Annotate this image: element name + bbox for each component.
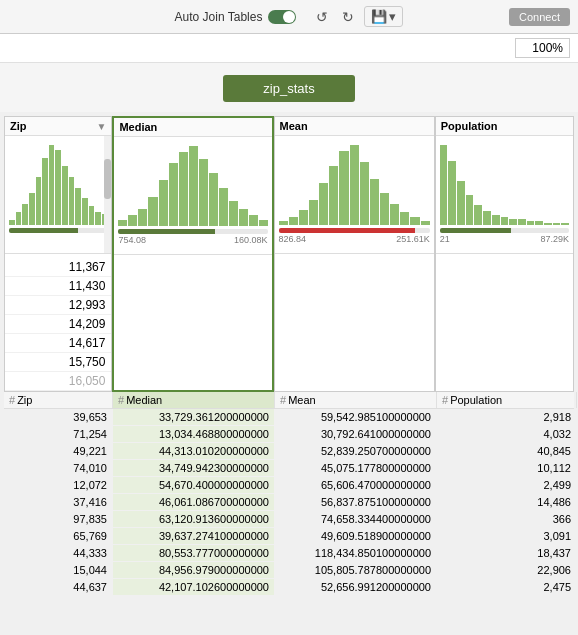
cell-mean: 105,805.787800000000 (275, 562, 437, 578)
table-row: 15,04484,956.979000000000105,805.7878000… (4, 562, 574, 579)
bar (62, 166, 68, 225)
cell-mean: 52,656.991200000000 (275, 579, 437, 595)
bar (138, 209, 147, 226)
cell-median: 33,729.361200000000 (113, 409, 275, 425)
bar (400, 212, 409, 225)
bar (279, 221, 288, 225)
bar (49, 145, 55, 225)
col-label-population: Population (441, 120, 498, 132)
run-button[interactable]: Connect (509, 8, 570, 26)
col-label-median: Median (119, 121, 157, 133)
table-row: 74,01034,749.94230000000045,075.17780000… (4, 460, 574, 477)
bar (229, 201, 238, 226)
cell-median: 84,956.979000000000 (113, 562, 275, 578)
undo-button[interactable]: ↺ (312, 7, 332, 27)
cell-mean: 49,609.518900000000 (275, 528, 437, 544)
zip-list: 11,367 11,430 12,993 14,209 14,617 15,75… (5, 254, 111, 391)
col-label-zip: Zip (10, 120, 27, 132)
bar (259, 220, 268, 226)
cell-median: 54,670.400000000000 (113, 477, 275, 493)
pop-range-max: 87.29K (540, 234, 569, 244)
list-item: 14,209 (5, 315, 111, 334)
bar (561, 223, 569, 225)
cell-median: 80,553.777000000000 (113, 545, 275, 561)
bar (553, 223, 561, 225)
bar (118, 220, 127, 226)
col-header-mean: Mean (275, 117, 434, 136)
cell-zip: 37,416 (4, 494, 113, 510)
bar (421, 221, 430, 225)
bar (55, 150, 61, 225)
median-range-min: 754.08 (118, 235, 146, 245)
bar (209, 173, 218, 226)
bar (179, 152, 188, 226)
bar (95, 212, 101, 225)
bar (169, 163, 178, 226)
cell-population: 2,475 (437, 579, 577, 595)
cell-mean: 65,606.470000000000 (275, 477, 437, 493)
bar (319, 183, 328, 225)
redo-button[interactable]: ↻ (338, 7, 358, 27)
hash-population: # (442, 394, 448, 406)
bar (299, 210, 308, 225)
bar (380, 193, 389, 225)
bar (309, 200, 318, 225)
save-button[interactable]: 💾 ▾ (364, 6, 403, 27)
main-content: Zip ▼ 11,367 11,430 12,993 14,209 14,617 (0, 112, 578, 600)
hash-mean: # (280, 394, 286, 406)
cell-median: 44,313.010200000000 (113, 443, 275, 459)
cell-mean: 59,542.985100000000 (275, 409, 437, 425)
toolbar: Auto Join Tables ↺ ↻ 💾 ▾ Connect (0, 0, 578, 34)
dh-label-median: Median (126, 394, 162, 406)
cell-median: 42,107.102600000000 (113, 579, 275, 595)
cell-population: 2,499 (437, 477, 577, 493)
column-median: Median 754.08 160.08K (112, 116, 273, 392)
bar (483, 211, 491, 225)
column-population: Population 21 87.29K (435, 116, 574, 392)
bar (82, 198, 88, 225)
cell-population: 22,906 (437, 562, 577, 578)
zoom-input[interactable] (515, 38, 570, 58)
table-row: 71,25413,034.46880000000030,792.64100000… (4, 426, 574, 443)
mean-bars (279, 140, 430, 225)
table-row: 49,22144,313.01020000000052,839.25070000… (4, 443, 574, 460)
bar (492, 215, 500, 225)
mean-histogram: 826.84 251.61K (275, 136, 434, 254)
table-row: 39,65333,729.36120000000059,542.98510000… (4, 409, 574, 426)
cell-median: 39,637.274100000000 (113, 528, 275, 544)
bar (89, 206, 95, 225)
cell-mean: 45,075.177800000000 (275, 460, 437, 476)
cell-zip: 65,769 (4, 528, 113, 544)
save-dropdown-icon: ▾ (389, 9, 396, 24)
bar (474, 205, 482, 225)
list-item: 11,367 (5, 258, 111, 277)
cell-population: 18,437 (437, 545, 577, 561)
auto-join-toggle[interactable] (268, 10, 296, 24)
bar (189, 146, 198, 226)
table-row: 37,41646,061.08670000000056,837.87510000… (4, 494, 574, 511)
bar (329, 166, 338, 225)
cell-zip: 44,333 (4, 545, 113, 561)
bar (360, 162, 369, 225)
hash-zip: # (9, 394, 15, 406)
filter-icon-zip[interactable]: ▼ (97, 121, 107, 132)
cell-population: 366 (437, 511, 577, 527)
list-item: 14,617 (5, 334, 111, 353)
table-name-badge[interactable]: zip_stats (223, 75, 354, 102)
cell-zip: 12,072 (4, 477, 113, 493)
dh-label-zip: Zip (17, 394, 32, 406)
cell-population: 40,845 (437, 443, 577, 459)
median-histogram: 754.08 160.08K (114, 137, 271, 255)
cell-mean: 56,837.875100000000 (275, 494, 437, 510)
zoom-bar (0, 34, 578, 63)
bar (128, 215, 137, 226)
table-name-area: zip_stats (0, 63, 578, 112)
table-row: 12,07254,670.40000000000065,606.47000000… (4, 477, 574, 494)
bar (36, 177, 42, 225)
bar (159, 180, 168, 226)
table-row: 65,76939,637.27410000000049,609.51890000… (4, 528, 574, 545)
cell-mean: 52,839.250700000000 (275, 443, 437, 459)
pop-bars (440, 140, 569, 225)
dh-label-population: Population (450, 394, 502, 406)
bar (9, 220, 15, 225)
